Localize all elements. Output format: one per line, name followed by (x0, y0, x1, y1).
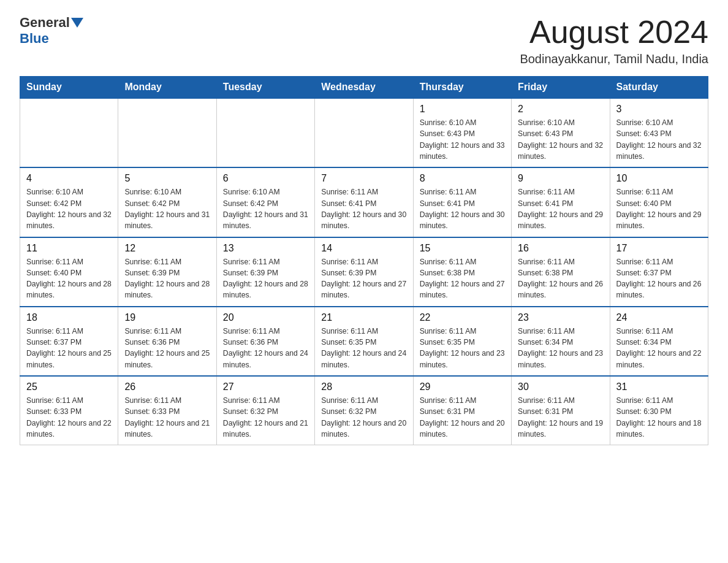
calendar-cell: 17Sunrise: 6:11 AMSunset: 6:37 PMDayligh… (610, 237, 708, 307)
calendar-cell: 31Sunrise: 6:11 AMSunset: 6:30 PMDayligh… (610, 376, 708, 445)
day-number: 12 (124, 243, 210, 254)
day-info: Sunrise: 6:11 AMSunset: 6:41 PMDaylight:… (518, 186, 603, 231)
day-info: Sunrise: 6:10 AMSunset: 6:43 PMDaylight:… (616, 117, 702, 162)
day-info: Sunrise: 6:11 AMSunset: 6:30 PMDaylight:… (616, 395, 702, 440)
weekday-header-sunday: Sunday (20, 77, 118, 99)
calendar-cell: 6Sunrise: 6:10 AMSunset: 6:42 PMDaylight… (216, 167, 314, 237)
day-info: Sunrise: 6:11 AMSunset: 6:35 PMDaylight:… (321, 326, 406, 370)
day-info: Sunrise: 6:11 AMSunset: 6:37 PMDaylight:… (616, 256, 702, 301)
day-number: 26 (124, 381, 210, 393)
day-info: Sunrise: 6:11 AMSunset: 6:31 PMDaylight:… (420, 395, 505, 440)
calendar-header-row: SundayMondayTuesdayWednesdayThursdayFrid… (20, 77, 708, 99)
day-info: Sunrise: 6:11 AMSunset: 6:39 PMDaylight:… (223, 256, 308, 301)
weekday-header-saturday: Saturday (610, 77, 708, 99)
calendar-cell: 12Sunrise: 6:11 AMSunset: 6:39 PMDayligh… (118, 237, 216, 307)
day-number: 16 (518, 243, 603, 254)
location-title: Bodinayakkanur, Tamil Nadu, India (520, 52, 708, 66)
calendar-cell: 11Sunrise: 6:11 AMSunset: 6:40 PMDayligh… (20, 237, 118, 307)
calendar-table: SundayMondayTuesdayWednesdayThursdayFrid… (20, 76, 708, 445)
month-title: August 2024 (520, 15, 708, 50)
day-number: 11 (26, 243, 112, 254)
day-info: Sunrise: 6:11 AMSunset: 6:34 PMDaylight:… (616, 326, 702, 370)
calendar-cell: 25Sunrise: 6:11 AMSunset: 6:33 PMDayligh… (20, 376, 118, 445)
day-info: Sunrise: 6:11 AMSunset: 6:36 PMDaylight:… (223, 326, 308, 370)
calendar-cell (216, 98, 314, 167)
calendar-cell: 1Sunrise: 6:10 AMSunset: 6:43 PMDaylight… (413, 98, 511, 167)
day-number: 23 (518, 312, 603, 323)
weekday-header-thursday: Thursday (413, 77, 511, 99)
day-info: Sunrise: 6:11 AMSunset: 6:38 PMDaylight:… (420, 256, 505, 301)
day-info: Sunrise: 6:11 AMSunset: 6:40 PMDaylight:… (26, 256, 112, 301)
calendar-cell: 8Sunrise: 6:11 AMSunset: 6:41 PMDaylight… (413, 167, 511, 237)
logo-triangle-icon (71, 18, 83, 28)
calendar-cell (20, 98, 118, 167)
day-info: Sunrise: 6:10 AMSunset: 6:42 PMDaylight:… (223, 186, 308, 231)
calendar-cell: 27Sunrise: 6:11 AMSunset: 6:32 PMDayligh… (216, 376, 314, 445)
day-number: 10 (616, 173, 702, 184)
week-row-5: 25Sunrise: 6:11 AMSunset: 6:33 PMDayligh… (20, 376, 708, 445)
weekday-header-friday: Friday (512, 77, 610, 99)
day-number: 5 (124, 173, 210, 184)
day-number: 9 (518, 173, 603, 184)
day-info: Sunrise: 6:11 AMSunset: 6:36 PMDaylight:… (124, 326, 210, 370)
day-info: Sunrise: 6:10 AMSunset: 6:42 PMDaylight:… (26, 186, 112, 231)
day-number: 17 (616, 243, 702, 254)
day-number: 24 (616, 312, 702, 323)
weekday-header-tuesday: Tuesday (216, 77, 314, 99)
calendar-cell: 2Sunrise: 6:10 AMSunset: 6:43 PMDaylight… (512, 98, 610, 167)
logo-general-text: General (20, 15, 70, 31)
week-row-1: 1Sunrise: 6:10 AMSunset: 6:43 PMDaylight… (20, 98, 708, 167)
calendar-cell: 14Sunrise: 6:11 AMSunset: 6:39 PMDayligh… (315, 237, 413, 307)
day-number: 6 (223, 173, 308, 184)
calendar-cell: 5Sunrise: 6:10 AMSunset: 6:42 PMDaylight… (118, 167, 216, 237)
logo: General Blue (20, 15, 85, 47)
day-info: Sunrise: 6:11 AMSunset: 6:31 PMDaylight:… (518, 395, 603, 440)
day-info: Sunrise: 6:11 AMSunset: 6:39 PMDaylight:… (321, 256, 406, 301)
day-info: Sunrise: 6:10 AMSunset: 6:43 PMDaylight:… (420, 117, 505, 162)
weekday-header-wednesday: Wednesday (315, 77, 413, 99)
calendar-cell (315, 98, 413, 167)
day-info: Sunrise: 6:11 AMSunset: 6:41 PMDaylight:… (420, 186, 505, 231)
day-number: 20 (223, 312, 308, 323)
day-number: 18 (26, 312, 112, 323)
day-info: Sunrise: 6:11 AMSunset: 6:35 PMDaylight:… (420, 326, 505, 370)
calendar-cell: 16Sunrise: 6:11 AMSunset: 6:38 PMDayligh… (512, 237, 610, 307)
day-info: Sunrise: 6:11 AMSunset: 6:32 PMDaylight:… (321, 395, 406, 440)
day-number: 3 (616, 104, 702, 115)
calendar-cell: 7Sunrise: 6:11 AMSunset: 6:41 PMDaylight… (315, 167, 413, 237)
day-info: Sunrise: 6:11 AMSunset: 6:33 PMDaylight:… (26, 395, 112, 440)
calendar-cell: 18Sunrise: 6:11 AMSunset: 6:37 PMDayligh… (20, 307, 118, 376)
day-info: Sunrise: 6:11 AMSunset: 6:39 PMDaylight:… (124, 256, 210, 301)
calendar-cell: 4Sunrise: 6:10 AMSunset: 6:42 PMDaylight… (20, 167, 118, 237)
calendar-cell: 21Sunrise: 6:11 AMSunset: 6:35 PMDayligh… (315, 307, 413, 376)
weekday-header-monday: Monday (118, 77, 216, 99)
day-number: 7 (321, 173, 406, 184)
day-number: 27 (223, 381, 308, 393)
day-number: 15 (420, 243, 505, 254)
calendar-cell: 24Sunrise: 6:11 AMSunset: 6:34 PMDayligh… (610, 307, 708, 376)
day-info: Sunrise: 6:11 AMSunset: 6:38 PMDaylight:… (518, 256, 603, 301)
day-number: 25 (26, 381, 112, 393)
title-section: August 2024 Bodinayakkanur, Tamil Nadu, … (520, 15, 708, 66)
week-row-4: 18Sunrise: 6:11 AMSunset: 6:37 PMDayligh… (20, 307, 708, 376)
day-number: 2 (518, 104, 603, 115)
page-header: General Blue August 2024 Bodinayakkanur,… (20, 15, 708, 66)
calendar-cell (118, 98, 216, 167)
day-info: Sunrise: 6:11 AMSunset: 6:40 PMDaylight:… (616, 186, 702, 231)
day-number: 29 (420, 381, 505, 393)
day-number: 30 (518, 381, 603, 393)
day-number: 8 (420, 173, 505, 184)
calendar-cell: 15Sunrise: 6:11 AMSunset: 6:38 PMDayligh… (413, 237, 511, 307)
week-row-3: 11Sunrise: 6:11 AMSunset: 6:40 PMDayligh… (20, 237, 708, 307)
calendar-cell: 26Sunrise: 6:11 AMSunset: 6:33 PMDayligh… (118, 376, 216, 445)
day-info: Sunrise: 6:10 AMSunset: 6:43 PMDaylight:… (518, 117, 603, 162)
day-info: Sunrise: 6:11 AMSunset: 6:34 PMDaylight:… (518, 326, 603, 370)
calendar-cell: 3Sunrise: 6:10 AMSunset: 6:43 PMDaylight… (610, 98, 708, 167)
day-info: Sunrise: 6:11 AMSunset: 6:41 PMDaylight:… (321, 186, 406, 231)
day-number: 13 (223, 243, 308, 254)
calendar-cell: 9Sunrise: 6:11 AMSunset: 6:41 PMDaylight… (512, 167, 610, 237)
calendar-cell: 23Sunrise: 6:11 AMSunset: 6:34 PMDayligh… (512, 307, 610, 376)
calendar-cell: 13Sunrise: 6:11 AMSunset: 6:39 PMDayligh… (216, 237, 314, 307)
day-number: 14 (321, 243, 406, 254)
day-number: 28 (321, 381, 406, 393)
